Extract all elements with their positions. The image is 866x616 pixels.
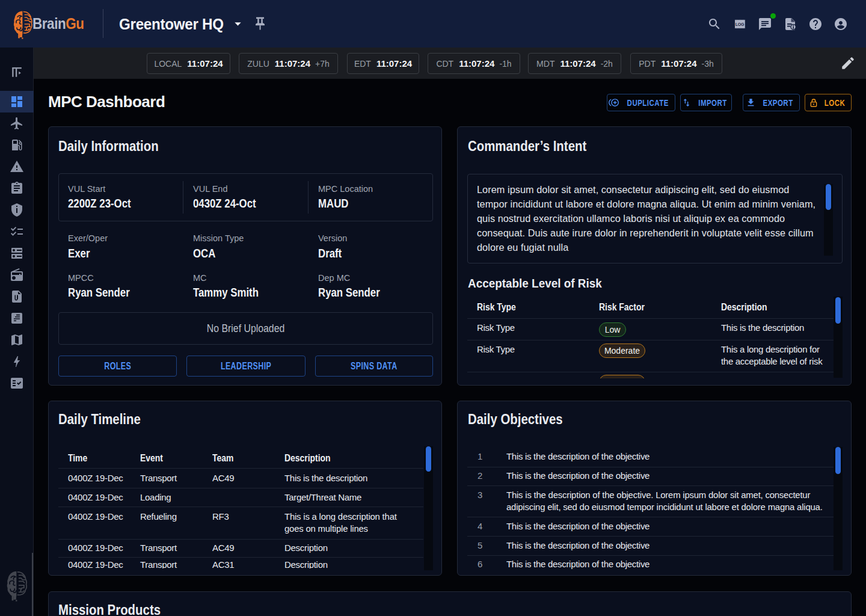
svg-text:LOG: LOG xyxy=(735,22,745,26)
